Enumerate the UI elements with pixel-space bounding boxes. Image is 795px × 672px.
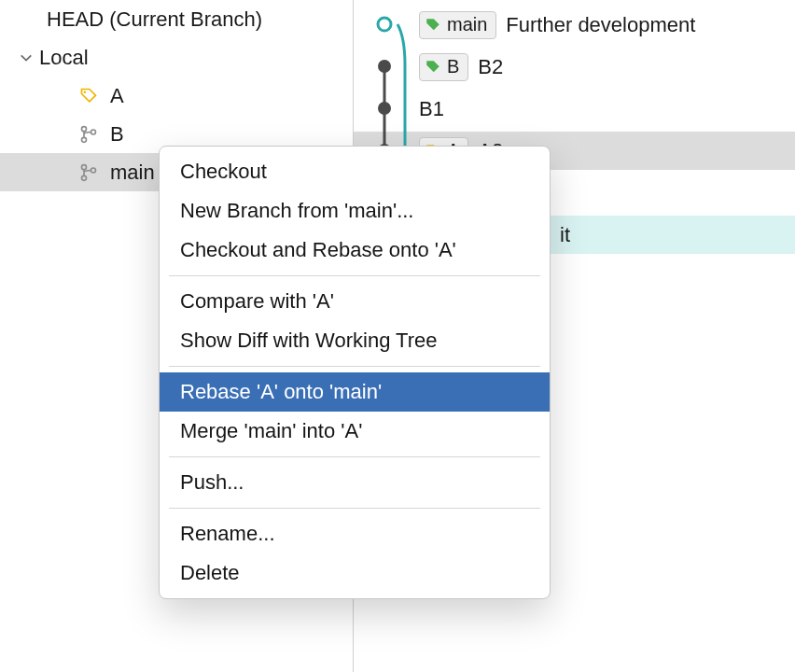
branch-pill-b[interactable]: B [419, 53, 468, 81]
commit-message: B2 [478, 55, 503, 79]
branch-label: main [110, 161, 155, 185]
tag-icon [425, 59, 441, 76]
svg-point-6 [91, 168, 96, 173]
menu-separator [169, 366, 540, 367]
menu-item-push[interactable]: Push... [160, 463, 550, 502]
svg-point-1 [82, 126, 87, 131]
branch-icon [77, 125, 101, 144]
menu-separator [169, 508, 540, 509]
menu-item-compare[interactable]: Compare with 'A' [160, 282, 550, 321]
menu-item-show-diff[interactable]: Show Diff with Working Tree [160, 321, 550, 360]
tree-item-local[interactable]: Local [0, 38, 353, 77]
svg-point-3 [91, 130, 96, 134]
svg-point-10 [378, 102, 391, 115]
commit-message: Further development [506, 13, 695, 37]
chevron-down-icon [20, 46, 33, 70]
branch-pill-main[interactable]: main [419, 11, 496, 39]
head-label: HEAD (Current Branch) [47, 7, 262, 32]
svg-point-0 [84, 91, 87, 93]
branch-label: B [110, 122, 124, 147]
branch-label: A [110, 84, 124, 108]
commit-row[interactable]: main Further development [419, 6, 792, 44]
pill-label: B [447, 56, 459, 77]
commit-message: B1 [419, 97, 444, 121]
menu-item-rebase[interactable]: Rebase 'A' onto 'main' [160, 372, 550, 412]
menu-item-checkout-rebase[interactable]: Checkout and Rebase onto 'A' [160, 231, 550, 270]
menu-separator [169, 275, 540, 276]
commit-message-partial: it [560, 223, 570, 247]
tree-item-head[interactable]: HEAD (Current Branch) [0, 0, 353, 38]
menu-item-checkout[interactable]: Checkout [160, 152, 550, 191]
svg-point-4 [82, 164, 87, 169]
tag-icon [77, 87, 101, 105]
svg-point-2 [82, 137, 87, 142]
menu-item-rename[interactable]: Rename... [160, 514, 550, 553]
menu-item-delete[interactable]: Delete [160, 553, 550, 593]
menu-item-new-branch[interactable]: New Branch from 'main'... [160, 191, 550, 231]
svg-point-5 [82, 175, 87, 180]
local-label: Local [39, 46, 89, 70]
svg-point-8 [378, 18, 391, 31]
tag-icon [425, 17, 441, 34]
commit-row[interactable]: B1 [419, 90, 792, 128]
branch-context-menu: Checkout New Branch from 'main'... Check… [159, 146, 551, 599]
menu-item-merge[interactable]: Merge 'main' into 'A' [160, 412, 550, 451]
tree-item-branch-a[interactable]: A [0, 77, 353, 115]
pill-label: main [447, 14, 487, 35]
commit-row[interactable]: B B2 [419, 48, 792, 86]
svg-point-9 [378, 60, 391, 73]
menu-separator [169, 456, 540, 457]
branch-icon [77, 163, 101, 182]
